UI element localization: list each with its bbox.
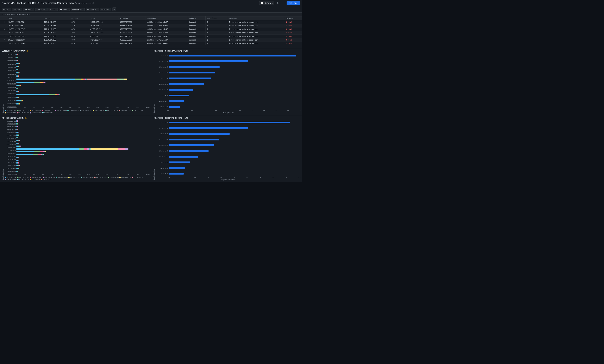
- cell-src-ip: 47.117.81.122: [88, 35, 118, 38]
- cell-src-ip: 49.235.126.213: [88, 24, 118, 27]
- table-row[interactable]: 7 19/08/2022 12:01:05 172.31.15.185 6379…: [0, 42, 302, 45]
- table-row[interactable]: 1 19/08/2022 12:25:31 172.31.15.185 6379…: [0, 20, 302, 24]
- col-dest-port[interactable]: dest_port: [69, 16, 88, 20]
- hbar-row: [16, 75, 150, 77]
- inbound-y-label: 172.31.17.5: [5, 162, 16, 163]
- legend-dot: [105, 110, 107, 111]
- hbar-segment: [84, 148, 87, 150]
- legend-item: 104.248.48.197: [67, 110, 79, 111]
- top10-bar: [169, 89, 193, 91]
- hbar-row: [16, 69, 150, 71]
- hbar-segment: [46, 151, 46, 152]
- col-direction[interactable]: direction: [188, 16, 206, 20]
- filter-dest-ip[interactable]: dest_ip *: [12, 8, 22, 11]
- table-row[interactable]: 6 19/08/2022 12:09:33 172.31.15.185 6379…: [0, 38, 302, 42]
- hbar-segment: [55, 94, 57, 95]
- hbar-segment: [118, 148, 125, 150]
- hbar-row: [16, 60, 150, 61]
- col-time[interactable]: Time: [7, 16, 43, 20]
- table-panel: Traffic to Cardholder Environment Time d…: [0, 13, 302, 48]
- table-row[interactable]: 2 19/08/2022 12:23:27 172.31.15.185 6379…: [0, 24, 302, 27]
- legend-item: 110.78.138.145: [5, 112, 16, 114]
- filter-direction[interactable]: direction *: [100, 8, 111, 11]
- cell-time: 19/08/2022 12:22:27: [7, 27, 43, 31]
- cell-direction: inbound: [188, 35, 206, 38]
- col-accountid[interactable]: accountid: [118, 16, 146, 20]
- filter-protocol[interactable]: protocol *: [59, 8, 70, 11]
- cell-src-ip: 49.235.126.213: [88, 20, 118, 24]
- hbar-row: [16, 91, 150, 92]
- hbar-segment: [16, 162, 18, 163]
- hbar-segment: [75, 78, 81, 80]
- top10-bar: [169, 72, 215, 74]
- hbar-segment: [34, 82, 40, 83]
- filter-icon-btn[interactable]: ⊘: [276, 1, 279, 5]
- col-src-ip[interactable]: src_ip: [88, 16, 118, 20]
- cell-src-ip: 82.157.16.179: [88, 27, 118, 31]
- time-range[interactable]: 🕐 -60m ↻ ▾: [259, 1, 274, 5]
- legend-item: 111.206.20.11: [132, 176, 143, 178]
- outbound-chart-body: Source Host 172.31.57.09172.31.6.209172.…: [1, 53, 150, 114]
- hbar-row: [16, 94, 150, 96]
- legend-dot: [119, 176, 121, 178]
- top10-bar: [169, 133, 229, 135]
- filter-dest-port[interactable]: dest_port *: [35, 8, 47, 11]
- cell-message: Direct external traffic to secure port: [228, 38, 285, 42]
- top10-y-label: 172.31.34.184: [156, 100, 168, 102]
- legend-dot: [56, 176, 57, 178]
- inbound-chart-title: Inbound Network Activity ⚠: [1, 117, 150, 119]
- legend-item: 104.248.229.99: [55, 110, 67, 111]
- refresh-icon[interactable]: ↻: [269, 2, 271, 4]
- legend-item: 117.39.63.46: [30, 179, 40, 180]
- filter-account-id[interactable]: account_id *: [86, 8, 99, 11]
- hbar-segment: [16, 85, 19, 86]
- table-row[interactable]: 3 19/08/2022 12:22:27 172.31.15.185 6379…: [0, 27, 302, 31]
- inbound-y-label: 172.31.25.20: [5, 153, 16, 154]
- add-panel-button[interactable]: Add Panel: [287, 1, 300, 5]
- hbar-segment: [16, 103, 18, 104]
- hbar-segment: [16, 165, 18, 166]
- filter-src-port[interactable]: src_port *: [23, 8, 34, 11]
- inbound-y-axis-label: Destination Host: [1, 120, 5, 181]
- edit-icon[interactable]: ✎: [75, 2, 77, 4]
- top10-bar-row: [169, 100, 301, 102]
- hbar-segment: [16, 63, 18, 64]
- filter-interface-id[interactable]: interface_id *: [71, 8, 85, 11]
- top10-bar-row: [169, 60, 301, 63]
- table-row[interactable]: 5 19/08/2022 12:15:39 172.31.15.185 6379…: [0, 35, 302, 38]
- top10-y-label: 172.31.4.227: [156, 106, 168, 108]
- cell-time: 19/08/2022 12:23:27: [7, 24, 43, 27]
- legend-dot: [30, 179, 31, 180]
- hbar-row: [16, 100, 150, 102]
- hbar-segment: [23, 100, 23, 101]
- hbar-segment: [18, 91, 19, 92]
- col-severity[interactable]: Severity: [285, 16, 302, 20]
- legend-item: 110.11.51.149: [132, 110, 143, 111]
- hbar-row: [16, 81, 150, 83]
- filter-action[interactable]: action *: [49, 8, 58, 11]
- hbar-row: [16, 151, 150, 153]
- hbar-row: [16, 85, 150, 86]
- top10-bar-row: [169, 83, 301, 85]
- data-table: Time dest_ip dest_port src_ip accountid …: [0, 16, 302, 45]
- legend-item: 103.242.68.69: [30, 110, 41, 111]
- col-interfaceid[interactable]: interfaceid: [146, 16, 188, 20]
- outbound-y-label: 172.31.19.185: [5, 93, 16, 95]
- hbar-segment: [117, 78, 124, 80]
- warning-icon-outbound: ⚠: [26, 50, 28, 52]
- col-eventcount[interactable]: eventCount: [205, 16, 228, 20]
- cell-interfaceid: eni-05d148a69ac1e5e47: [146, 24, 188, 27]
- add-filter-button[interactable]: +: [112, 7, 116, 11]
- table-row[interactable]: 4 19/08/2022 12:18:27 172.31.15.185 5984…: [0, 31, 302, 35]
- cell-accountid: 956882708938: [118, 38, 146, 42]
- chevron-down-icon[interactable]: ▾: [272, 2, 273, 4]
- col-message[interactable]: message: [228, 16, 285, 20]
- filter-src-ip[interactable]: src_ip *: [2, 8, 11, 11]
- cell-eventcount: 1: [205, 38, 228, 42]
- more-options-btn[interactable]: ⋮: [281, 1, 285, 5]
- hbar-segment: [43, 154, 44, 155]
- col-dest-ip[interactable]: dest_ip: [43, 16, 69, 20]
- cell-accountid: 956882708938: [118, 35, 146, 38]
- outbound-plot-area: 01002003004005006007008009001,0001,1001,…: [16, 53, 150, 109]
- top10-bar: [169, 100, 184, 102]
